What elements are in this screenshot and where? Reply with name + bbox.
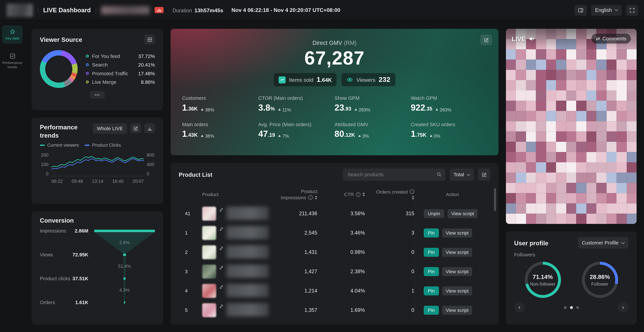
product-image-redacted xyxy=(202,226,216,240)
gmv-metrics-grid: Customers 1.36K 36% CTOR (Main orders) 3… xyxy=(182,95,487,139)
sort-icon[interactable] xyxy=(362,192,365,196)
items-sold-label: Items sold xyxy=(289,76,314,83)
sort-icon[interactable] xyxy=(315,196,317,200)
live-bars-icon xyxy=(154,7,164,13)
top-bar-left: LIVE Dashboard Duration13h57m45s Nov 4 0… xyxy=(6,4,340,17)
view-script-button[interactable]: View script xyxy=(442,267,472,276)
search-input[interactable] xyxy=(343,168,446,181)
user-profile-title: User profile xyxy=(514,240,548,246)
arrow-up-icon xyxy=(436,108,438,110)
swap-icon: ⇄ xyxy=(596,36,600,41)
fullscreen-button[interactable] xyxy=(626,5,638,16)
gmv-metric: Show GPM 23.93 283% xyxy=(334,95,411,112)
action-cell: Unpin View script xyxy=(414,204,490,223)
info-icon[interactable]: i xyxy=(308,195,313,200)
view-script-button[interactable]: View script xyxy=(442,286,472,295)
whole-live-button[interactable]: Whole LIVE xyxy=(93,123,127,134)
metric-delta: 0% xyxy=(430,134,440,138)
layout-panel-button[interactable] xyxy=(574,5,587,16)
legend-value: 20.41% xyxy=(138,62,155,68)
pagination-dot[interactable] xyxy=(576,306,579,309)
link-icon[interactable] xyxy=(219,284,224,289)
live-video-redacted xyxy=(506,29,636,224)
gmv-metric: Avg. Price (Main orders) 47.19 7% xyxy=(258,122,334,139)
color-bullet-icon xyxy=(86,63,89,66)
pin-button[interactable]: Pin xyxy=(424,228,439,237)
action-cell: Pin View script xyxy=(414,281,490,300)
edit-card-button[interactable] xyxy=(130,123,141,133)
main-content: Viewer Source For You feed 37.72% Search… xyxy=(25,20,644,332)
view-script-button[interactable]: View script xyxy=(442,306,472,314)
product-list-title: Product List xyxy=(179,172,342,178)
y-tick: 200 xyxy=(40,152,48,157)
viewer-source-donut-chart xyxy=(40,50,78,88)
view-script-button[interactable]: View script xyxy=(442,248,472,256)
link-icon[interactable] xyxy=(219,207,224,212)
edit-icon xyxy=(484,37,489,42)
followers-label: Followers xyxy=(514,252,628,258)
impressions-value: 211,436 xyxy=(269,210,317,216)
comments-toggle-button[interactable]: ⇄ Comments xyxy=(592,34,631,44)
screen: LIVE Dashboard Duration13h57m45s Nov 4 0… xyxy=(0,0,644,332)
ctr-value: 4.04% xyxy=(317,288,365,294)
orders-value: 0 xyxy=(365,307,414,313)
trend-xlabels: 06:2209:4813:1416:4020:07 xyxy=(52,179,144,184)
gmv-metric: Created SKU orders 1.75K 0% xyxy=(411,122,487,139)
link-icon[interactable] xyxy=(219,265,224,270)
sidebar-item-key-data[interactable]: Key data xyxy=(2,26,22,44)
product-cell xyxy=(197,226,269,240)
action-cell: Pin View script xyxy=(414,262,490,281)
metric-delta: 283% xyxy=(354,107,370,112)
gmv-metric: CTOR (Main orders) 3.8% 11% xyxy=(258,95,334,112)
customer-profile-label: Customer Profile xyxy=(582,240,619,246)
link-icon[interactable] xyxy=(219,304,224,308)
x-tick: 20:07 xyxy=(132,179,144,184)
language-selector[interactable]: English xyxy=(591,5,622,16)
link-icon[interactable] xyxy=(219,227,224,231)
edit-columns-button[interactable] xyxy=(478,168,490,181)
product-search xyxy=(343,168,446,181)
view-script-button[interactable]: View script xyxy=(442,228,472,237)
viewers-badge: Viewers 232 xyxy=(342,73,395,86)
customer-profile-dropdown[interactable]: Customer Profile xyxy=(578,237,628,248)
impressions-value: 1,357 xyxy=(269,307,317,313)
gauge-value: 71.14% xyxy=(533,273,553,280)
viewer-source-card: Viewer Source For You feed 37.72% Search… xyxy=(32,29,163,110)
pin-button[interactable]: Pin xyxy=(424,306,439,314)
gmv-title: Direct GMV(RM) xyxy=(312,40,356,46)
scrollbar[interactable] xyxy=(494,188,496,211)
metric-label: CTOR (Main orders) xyxy=(258,95,334,101)
table-row: 41 211,436 3.56% 315 Unpin View script xyxy=(179,204,490,223)
pin-button[interactable]: Unpin xyxy=(424,209,444,218)
chart-view-button[interactable] xyxy=(144,123,155,133)
table-view-button[interactable] xyxy=(144,34,155,44)
impressions-value: 1,431 xyxy=(269,249,317,255)
sort-icon[interactable] xyxy=(412,196,414,200)
edit-metrics-button[interactable] xyxy=(480,34,492,45)
info-icon[interactable]: i xyxy=(410,189,414,194)
impressions-value: 2,545 xyxy=(269,230,317,236)
view-script-button[interactable]: View script xyxy=(448,209,478,218)
sidebar-item-performance-trends[interactable]: Performance trends xyxy=(2,50,22,72)
conversion-card: Conversion impressions2.86MViews72.95KPr… xyxy=(32,211,163,324)
gmv-metric: Attributed GMV 80.12K 3% xyxy=(334,122,411,139)
link-icon[interactable] xyxy=(219,246,224,250)
pin-button[interactable]: Pin xyxy=(424,286,439,295)
muted-speaker-icon[interactable] xyxy=(528,36,535,42)
product-rank: 41 xyxy=(179,210,197,216)
prev-page-button[interactable]: ‹ xyxy=(514,302,525,313)
total-filter-dropdown[interactable]: Total xyxy=(450,168,474,181)
more-options-button[interactable]: ••• xyxy=(90,91,105,99)
x-tick: 09:48 xyxy=(72,179,83,184)
pagination-dot[interactable] xyxy=(570,306,572,309)
pin-button[interactable]: Pin xyxy=(424,248,439,256)
y-tick: 400 xyxy=(147,162,155,167)
info-icon[interactable]: i xyxy=(356,192,360,196)
pagination-dot[interactable] xyxy=(564,306,566,309)
search-icon[interactable] xyxy=(436,172,442,177)
pin-button[interactable]: Pin xyxy=(424,267,439,276)
next-page-button[interactable]: › xyxy=(618,302,628,313)
product-list-card: Product List Total xyxy=(170,163,498,324)
arrow-up-icon xyxy=(278,108,281,110)
gmv-metric: Watch GPM 922.35 283% xyxy=(411,95,487,112)
